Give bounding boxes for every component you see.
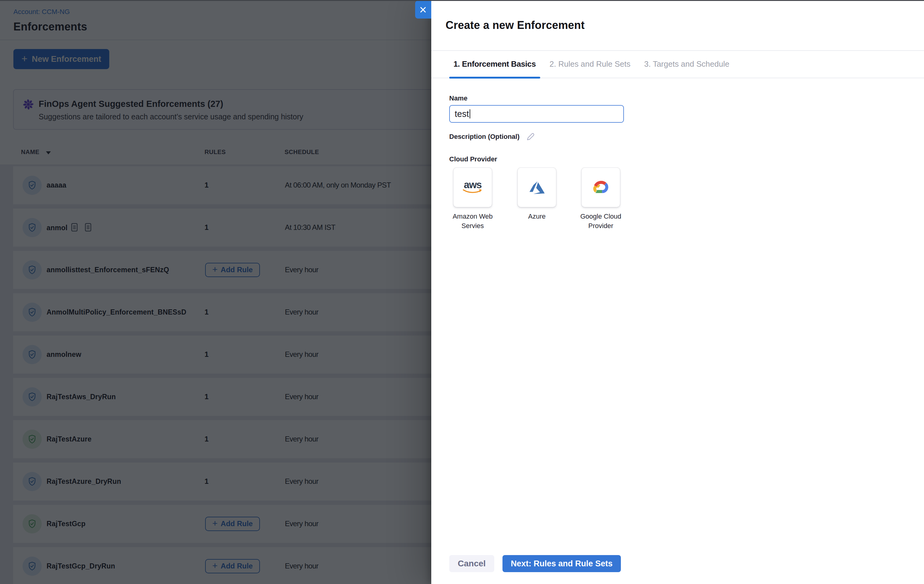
svg-text:aws: aws [464,181,482,190]
